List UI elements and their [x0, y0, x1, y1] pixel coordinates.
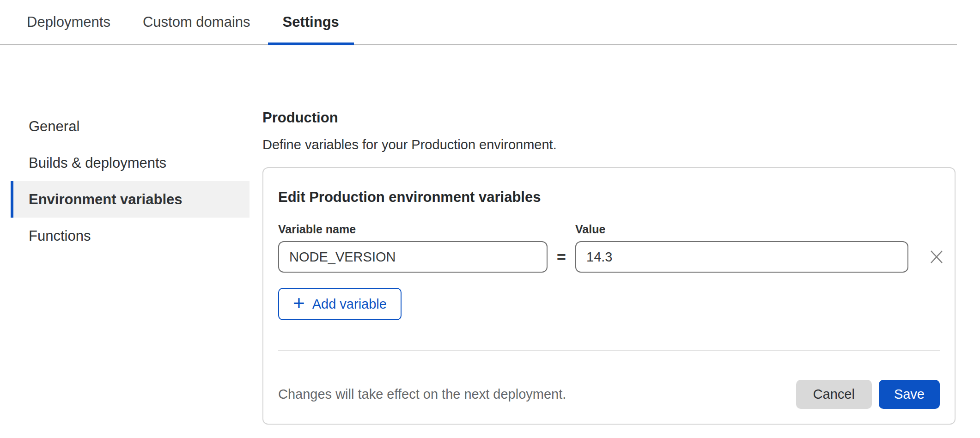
tab-custom-domains[interactable]: Custom domains [128, 0, 265, 44]
page-description: Define variables for your Production env… [262, 135, 956, 154]
variable-name-field: Variable name [278, 222, 548, 273]
x-icon [929, 249, 944, 265]
remove-variable-button[interactable] [929, 249, 944, 265]
page-title: Production [262, 109, 956, 127]
tab-settings[interactable]: Settings [268, 0, 354, 44]
variable-value-label: Value [575, 222, 908, 236]
environment-variables-card: Edit Production environment variables Va… [262, 167, 956, 425]
tab-bar: Deployments Custom domains Settings [0, 0, 957, 45]
variable-row: Variable name = Value [278, 222, 940, 273]
variable-value-field: Value [575, 222, 908, 273]
main-panel: Production Define variables for your Pro… [262, 45, 956, 425]
sidebar-item-environment-variables[interactable]: Environment variables [11, 181, 250, 218]
add-variable-button[interactable]: + Add variable [278, 288, 402, 320]
variable-value-input[interactable] [575, 241, 908, 273]
sidebar-item-general[interactable]: General [11, 108, 250, 145]
footer-note: Changes will take effect on the next dep… [278, 387, 566, 402]
content-area: General Builds & deployments Environment… [0, 45, 980, 425]
card-heading: Edit Production environment variables [278, 189, 940, 206]
settings-sidebar: General Builds & deployments Environment… [11, 108, 250, 425]
sidebar-item-functions[interactable]: Functions [11, 218, 250, 254]
cancel-button[interactable]: Cancel [796, 380, 872, 409]
tab-deployments[interactable]: Deployments [12, 0, 125, 44]
sidebar-item-builds-deployments[interactable]: Builds & deployments [11, 145, 250, 181]
card-footer: Changes will take effect on the next dep… [278, 380, 940, 409]
variable-name-input[interactable] [278, 241, 548, 273]
add-variable-label: Add variable [312, 297, 387, 312]
plus-icon: + [293, 293, 305, 313]
footer-actions: Cancel Save [796, 380, 940, 409]
variable-name-label: Variable name [278, 222, 548, 236]
card-divider [278, 350, 940, 351]
save-button[interactable]: Save [879, 380, 940, 409]
equals-sign: = [548, 241, 575, 273]
